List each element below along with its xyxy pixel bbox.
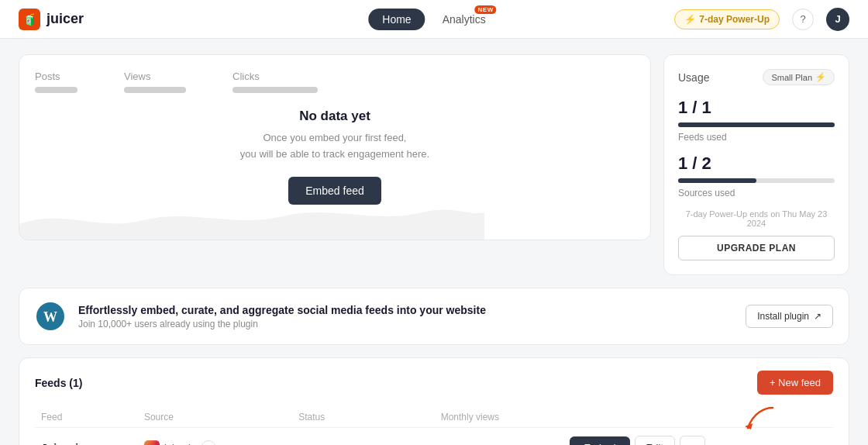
chart-wave [19, 178, 484, 240]
logo-icon: 🧃 [19, 9, 40, 30]
wp-banner-sub: Join 10,000+ users already using the plu… [78, 319, 733, 329]
col-status: Status [292, 407, 435, 428]
external-link-icon: ↗ [814, 311, 822, 322]
analytics-new-badge: NEW [475, 5, 497, 14]
sources-bar-track [678, 178, 835, 183]
usage-title: Usage [678, 71, 709, 84]
feeds-table-head: Feed Source Status Monthly views [35, 407, 833, 428]
analytics-card: Posts Views Clicks No data yet Once you … [19, 54, 651, 240]
power-up-note: 7-day Power-Up ends on Thu May 23 2024 [678, 209, 835, 228]
add-source-button[interactable]: + [201, 440, 216, 446]
wordpress-banner: W Effortlessly embed, curate, and aggreg… [19, 288, 849, 345]
sources-used-label: Sources used [678, 188, 835, 198]
sources-ratio: 1 / 2 [678, 154, 835, 174]
plan-bolt-icon: ⚡ [815, 72, 826, 82]
source-cell-inner: ▣ juicerio + [144, 440, 286, 446]
feed-name: Juicer.io [41, 442, 85, 446]
nav-right: ⚡ 7-day Power-Up ? J [674, 8, 849, 31]
install-plugin-button[interactable]: Install plugin ↗ [746, 305, 833, 328]
sources-used-stat: 1 / 2 Sources used [678, 154, 835, 198]
source-name: juicerio [164, 442, 196, 445]
views-bar [124, 87, 186, 93]
new-feed-button[interactable]: + New feed [757, 371, 833, 395]
nav-center: Home Analytics NEW [368, 9, 499, 30]
col-feed: Feed [35, 407, 138, 428]
analytics-col-clicks: Clicks [232, 71, 318, 93]
plan-badge: Small Plan ⚡ [763, 69, 835, 85]
nav-tab-analytics[interactable]: Analytics NEW [429, 9, 500, 30]
sources-bar-fill [678, 178, 756, 183]
actions-cell: Embed Edit ··· [563, 428, 833, 446]
analytics-col-posts: Posts [35, 71, 78, 93]
monthly-views-cell: n/a [435, 428, 564, 446]
feeds-section: Feeds (1) + New feed Feed Source Status … [19, 357, 849, 445]
instagram-icon: ▣ [144, 440, 160, 446]
posts-bar [35, 87, 78, 93]
avatar[interactable]: J [826, 8, 849, 31]
power-up-button[interactable]: ⚡ 7-day Power-Up [674, 9, 780, 29]
upgrade-plan-button[interactable]: UPGRADE PLAN [678, 236, 835, 260]
feed-name-cell: Juicer.io [35, 428, 138, 446]
wordpress-icon: W [35, 301, 66, 332]
logo-text: juicer [46, 11, 84, 27]
views-label: Views [124, 71, 186, 82]
no-data-subtitle: Once you embed your first feed, you will… [240, 130, 429, 163]
embed-button[interactable]: Embed [570, 436, 629, 445]
col-monthly-views: Monthly views [435, 407, 564, 428]
topnav: 🧃 juicer Home Analytics NEW ⚡ 7-day Powe… [0, 0, 868, 39]
main-content: Posts Views Clicks No data yet Once you … [0, 39, 868, 445]
logo[interactable]: 🧃 juicer [19, 9, 84, 30]
clicks-label: Clicks [232, 71, 318, 82]
question-icon: ? [800, 13, 805, 25]
col-actions [563, 407, 833, 428]
action-buttons: Embed Edit ··· [570, 436, 827, 445]
no-data-title: No data yet [299, 109, 370, 124]
feeds-bar-fill [678, 122, 835, 127]
status-cell: Not installed [292, 428, 435, 446]
feeds-table: Feed Source Status Monthly views Juicer.… [35, 407, 833, 445]
monthly-views-value: n/a [441, 443, 455, 446]
feeds-table-body: Juicer.io ▣ juicerio + Not installed [35, 428, 833, 446]
edit-button[interactable]: Edit [635, 436, 675, 445]
nav-tab-home[interactable]: Home [368, 9, 425, 30]
feeds-ratio: 1 / 1 [678, 98, 835, 118]
svg-text:W: W [43, 309, 57, 325]
top-section: Posts Views Clicks No data yet Once you … [19, 54, 849, 275]
feeds-bar-track [678, 122, 835, 127]
more-options-button[interactable]: ··· [680, 436, 705, 445]
posts-label: Posts [35, 71, 78, 82]
wp-text: Effortlessly embed, curate, and aggregat… [78, 304, 733, 329]
analytics-header: Posts Views Clicks [35, 71, 635, 93]
help-button[interactable]: ? [792, 9, 814, 30]
feeds-used-stat: 1 / 1 Feeds used [678, 98, 835, 143]
source-cell: ▣ juicerio + [138, 428, 292, 446]
feeds-header: Feeds (1) + New feed [35, 371, 833, 395]
table-row: Juicer.io ▣ juicerio + Not installed [35, 428, 833, 446]
clicks-bar [232, 87, 318, 93]
analytics-col-views: Views [124, 71, 186, 93]
usage-card: Usage Small Plan ⚡ 1 / 1 Feeds used 1 / … [663, 54, 849, 275]
feeds-title: Feeds (1) [35, 377, 82, 389]
feeds-used-label: Feeds used [678, 132, 835, 143]
col-source: Source [138, 407, 292, 428]
bolt-icon: ⚡ [684, 14, 696, 25]
wp-banner-title: Effortlessly embed, curate, and aggregat… [78, 304, 733, 316]
usage-header: Usage Small Plan ⚡ [678, 69, 835, 85]
